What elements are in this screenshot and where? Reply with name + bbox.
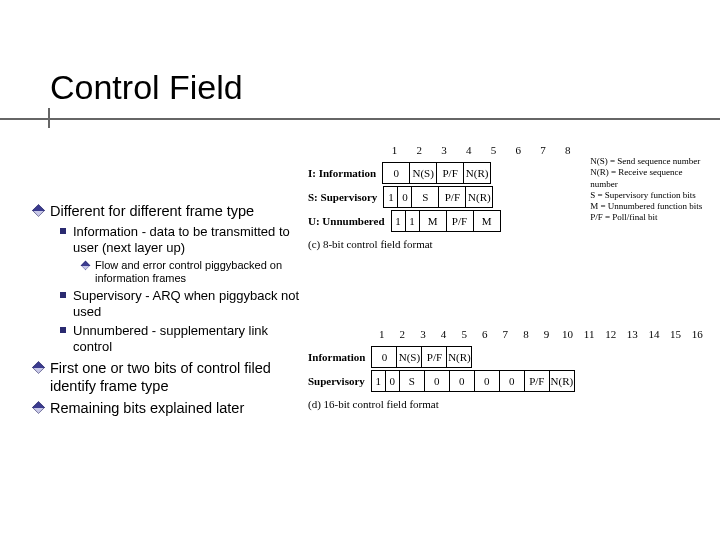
col-num: 9 [536,324,557,344]
bit-cell: 0 [449,371,474,392]
col-num: 11 [578,324,600,344]
bullet-text: Different for different frame type [50,202,254,220]
row-label: S: Supervisory [308,191,383,203]
col-num: 3 [432,140,457,160]
bit-cell: 0 [424,371,449,392]
row-label: I: Information [308,167,382,179]
legend: N(S) = Send sequence number N(R) = Recei… [590,156,708,224]
row-label: Information [308,351,371,363]
bit-cell: P/F [437,163,464,184]
col-num: 15 [665,324,687,344]
bullet-text: Flow and error control piggybacked on in… [95,259,304,287]
legend-line: N(S) = Send sequence number [590,156,708,167]
col-num: 7 [495,324,516,344]
col-num: 2 [392,324,413,344]
figure-caption: (c) 8-bit control field format [308,238,580,250]
bit-cell: S [412,187,439,208]
bit-cell: N(S) [397,347,422,368]
bit-cell: N(R) [466,187,493,208]
figure-8bit: I: Information 1 2 3 4 5 6 7 8 I: Inform… [308,138,708,250]
bit-cell: 1 [405,211,419,232]
bit-cell: N(R) [447,347,472,368]
col-num: 13 [622,324,644,344]
col-num: 8 [516,324,537,344]
col-num: 3 [413,324,434,344]
col-num: 14 [643,324,665,344]
col-num: 5 [454,324,475,344]
diamond-icon [32,402,45,415]
bit-cell: N(S) [410,163,437,184]
bullet-text: First one or two bits of control filed i… [50,359,304,395]
col-num: 7 [531,140,556,160]
bit-cell: S [399,371,424,392]
legend-line: P/F = Poll/final bit [590,212,708,223]
bit-cell: P/F [439,187,466,208]
square-icon [60,292,66,298]
bit-cell: 1 [391,211,405,232]
col-num: 2 [407,140,432,160]
bullet-area: Different for different frame type Infor… [34,198,304,422]
col-num: 16 [686,324,708,344]
figure-caption: (d) 16-bit control field format [308,398,708,410]
bit-cell: 0 [499,371,524,392]
figure-16bit: Information 1 2 3 4 5 6 7 8 9 10 11 12 1… [308,322,708,410]
bit-cell: 0 [474,371,499,392]
bullet-text: Unnumbered - supplementary link control [73,323,304,356]
bit-cell: N(R) [464,163,491,184]
legend-line: S = Supervisory function bits [590,190,708,201]
diamond-icon [32,361,45,374]
legend-line: N(R) = Receive sequence number [590,167,708,190]
slide-title: Control Field [50,68,243,107]
row-label: U: Unnumbered [308,215,391,227]
bit-cell: P/F [422,347,447,368]
legend-line: M = Unnumbered function bits [590,201,708,212]
col-num: 1 [371,324,392,344]
bit-cell: P/F [446,211,473,232]
bullet-text: Supervisory - ARQ when piggyback not use… [73,288,304,321]
bullet-text: Information - data to be transmitted to … [73,224,304,257]
bit-cell: 1 [371,371,385,392]
col-num: 4 [433,324,454,344]
col-num: 6 [506,140,531,160]
col-num: 12 [600,324,622,344]
diamond-icon [32,204,45,217]
col-num: 10 [557,324,579,344]
square-icon [60,228,66,234]
bit-cell: M [419,211,446,232]
bit-cell: 0 [372,347,397,368]
col-num: 6 [474,324,495,344]
bit-cell: 1 [384,187,398,208]
bullet-text: Remaining bits explained later [50,399,244,417]
col-num: 4 [456,140,481,160]
slide: Control Field Different for different fr… [0,0,720,540]
col-num: 5 [481,140,506,160]
diamond-icon [81,260,91,270]
square-icon [60,327,66,333]
row-label: Supervisory [308,375,371,387]
bit-cell: 0 [398,187,412,208]
bit-cell: M [473,211,500,232]
bit-cell: P/F [524,371,549,392]
title-tick [48,108,50,128]
col-num: 1 [382,140,407,160]
bit-cell: 0 [385,371,399,392]
title-underline [0,118,720,120]
bit-cell: 0 [383,163,410,184]
col-num: 8 [555,140,580,160]
bit-cell: N(R) [549,371,574,392]
